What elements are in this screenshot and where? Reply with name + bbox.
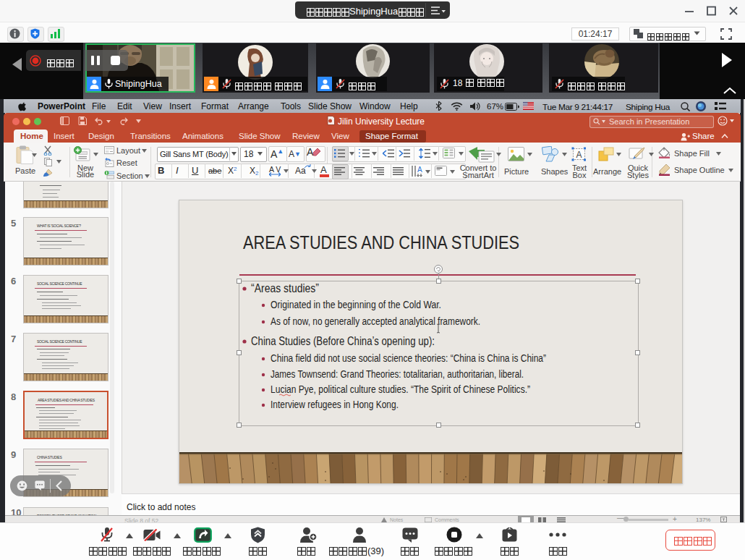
svg-text:Lucian Pye, political culture: Lucian Pye, political culture studies. “… <box>271 383 530 395</box>
svg-text:A: A <box>307 146 314 158</box>
svg-text:AREA STUDIES AND CHINA STUDIES: AREA STUDIES AND CHINA STUDIES <box>243 232 519 253</box>
svg-text:A: A <box>417 166 422 174</box>
svg-text:Originated in the beginning of: Originated in the beginning of the Cold … <box>271 299 441 310</box>
svg-text:China Studies (Before China’s: China Studies (Before China’s opening up… <box>251 334 435 347</box>
svg-text:China field did not use social: China field did not use social science t… <box>271 352 546 364</box>
svg-text:James Townsend: Grand Theories: James Townsend: Grand Theories: totalita… <box>271 368 524 380</box>
svg-text:Interview refugees in Hong Kon: Interview refugees in Hong Kong. <box>271 399 399 410</box>
svg-text:“Areas studies”: “Areas studies” <box>251 281 319 294</box>
svg-text:As of now, no generally accept: As of now, no generally accepted analyti… <box>271 315 480 327</box>
svg-text:A: A <box>576 150 582 160</box>
